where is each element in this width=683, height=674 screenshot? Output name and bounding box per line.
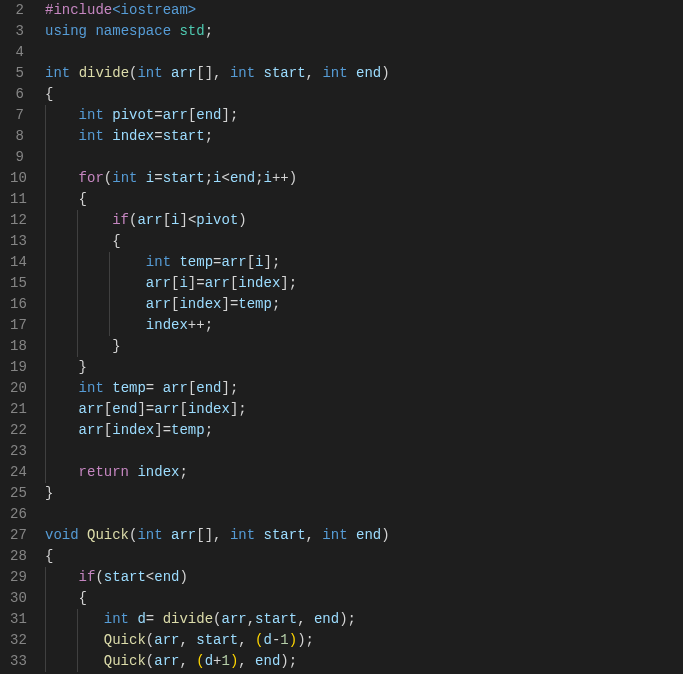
token: ( (146, 653, 154, 669)
code-line[interactable]: } (45, 336, 683, 357)
token: = (146, 380, 163, 396)
token: temp (171, 422, 205, 438)
code-line[interactable]: { (45, 189, 683, 210)
indent-guide (45, 441, 46, 462)
code-editor[interactable]: 2345678910111213141516171819202122232425… (0, 0, 683, 674)
token (45, 233, 112, 249)
token: [] (196, 527, 213, 543)
code-line[interactable]: } (45, 483, 683, 504)
token (45, 611, 104, 627)
code-line[interactable]: if(arr[i]<pivot) (45, 210, 683, 231)
line-number: 33 (10, 651, 24, 672)
code-area[interactable]: #include<iostream>using namespace std;in… (40, 0, 683, 674)
token: int (104, 611, 129, 627)
code-line[interactable]: arr[index]=temp; (45, 294, 683, 315)
code-line[interactable]: Quick(arr, start, (d-1)); (45, 630, 683, 651)
code-line[interactable]: } (45, 357, 683, 378)
line-number: 18 (10, 336, 24, 357)
line-number: 32 (10, 630, 24, 651)
code-line[interactable]: Quick(arr, (d+1), end); (45, 651, 683, 672)
code-line[interactable]: int pivot=arr[end]; (45, 105, 683, 126)
line-number: 20 (10, 378, 24, 399)
code-line[interactable]: #include<iostream> (45, 0, 683, 21)
token: { (45, 86, 53, 102)
code-line[interactable]: for(int i=start;i<end;i++) (45, 168, 683, 189)
token: int (112, 170, 137, 186)
token: if (79, 569, 96, 585)
token: index (112, 422, 154, 438)
code-line[interactable]: { (45, 588, 683, 609)
token: for (79, 170, 104, 186)
code-line[interactable]: index++; (45, 315, 683, 336)
indent-guide (45, 420, 46, 441)
code-line[interactable]: int index=start; (45, 126, 683, 147)
code-line[interactable]: int temp= arr[end]; (45, 378, 683, 399)
token: #include (45, 2, 112, 18)
code-line[interactable]: { (45, 84, 683, 105)
token: pivot (112, 107, 154, 123)
token (45, 170, 79, 186)
token: = (146, 611, 163, 627)
token: ; (230, 380, 238, 396)
token: int (322, 65, 347, 81)
indent-guide (45, 336, 46, 357)
token (45, 128, 79, 144)
token (79, 527, 87, 543)
token: end (154, 569, 179, 585)
code-line[interactable]: { (45, 546, 683, 567)
code-line[interactable]: int divide(int arr[], int start, int end… (45, 63, 683, 84)
token: index (146, 317, 188, 333)
indent-guide (45, 399, 46, 420)
line-number: 12 (10, 210, 24, 231)
code-line[interactable]: return index; (45, 462, 683, 483)
token: arr (154, 401, 179, 417)
token: ; (289, 275, 297, 291)
token: , (306, 65, 323, 81)
line-number: 11 (10, 189, 24, 210)
token (104, 107, 112, 123)
code-line[interactable]: int d= divide(arr,start, end); (45, 609, 683, 630)
token: ] (188, 275, 196, 291)
code-line[interactable]: void Quick(int arr[], int start, int end… (45, 525, 683, 546)
token: [ (179, 401, 187, 417)
token: ) (289, 170, 297, 186)
indent-guide (77, 630, 78, 651)
indent-guide (45, 567, 46, 588)
token: ( (95, 569, 103, 585)
token (45, 254, 146, 270)
code-line[interactable]: arr[index]=temp; (45, 420, 683, 441)
indent-guide (45, 378, 46, 399)
code-line[interactable]: int temp=arr[i]; (45, 252, 683, 273)
token: arr (137, 212, 162, 228)
token: start (163, 170, 205, 186)
token: ) (381, 65, 389, 81)
indent-guide (77, 336, 78, 357)
code-line[interactable]: arr[end]=arr[index]; (45, 399, 683, 420)
token: ; (306, 632, 314, 648)
code-line[interactable] (45, 42, 683, 63)
code-line[interactable]: if(start<end) (45, 567, 683, 588)
token: ) (381, 527, 389, 543)
code-line[interactable]: using namespace std; (45, 21, 683, 42)
line-number: 26 (10, 504, 24, 525)
line-number: 5 (10, 63, 24, 84)
token (348, 527, 356, 543)
token: , (247, 611, 255, 627)
indent-guide (109, 252, 110, 273)
token: , (213, 65, 230, 81)
token: < (222, 170, 230, 186)
indent-guide (45, 189, 46, 210)
code-line[interactable] (45, 441, 683, 462)
code-line[interactable]: { (45, 231, 683, 252)
indent-guide (45, 462, 46, 483)
indent-guide (45, 210, 46, 231)
code-line[interactable]: arr[i]=arr[index]; (45, 273, 683, 294)
token: return (79, 464, 129, 480)
code-line[interactable] (45, 504, 683, 525)
token: , (238, 653, 255, 669)
token: i (146, 170, 154, 186)
token: start (104, 569, 146, 585)
token (45, 380, 79, 396)
code-line[interactable] (45, 147, 683, 168)
token: index (112, 128, 154, 144)
